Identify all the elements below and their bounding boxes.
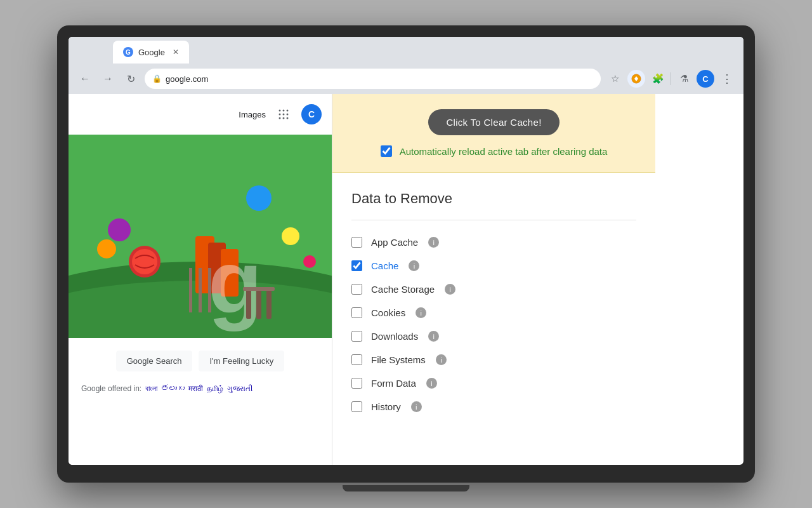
app-cache-label: App Cache <box>371 237 418 248</box>
list-item: Downloads i <box>351 324 636 348</box>
svg-point-5 <box>283 114 285 116</box>
cache-storage-checkbox[interactable] <box>351 284 362 295</box>
forward-button[interactable]: → <box>99 70 117 88</box>
tab-favicon: G <box>123 47 133 57</box>
extension-button[interactable] <box>627 70 645 88</box>
svg-rect-28 <box>256 287 261 319</box>
svg-point-8 <box>283 117 285 119</box>
lang-marathi[interactable]: मराठी <box>188 384 203 393</box>
lang-gujarati[interactable]: ગુજરાતી <box>227 384 252 393</box>
svg-point-2 <box>283 110 285 112</box>
svg-point-24 <box>246 185 272 211</box>
svg-point-23 <box>97 239 116 258</box>
browser-toolbar: ← → ↻ 🔒 google.com ☆ 🧩 <box>69 64 743 94</box>
svg-point-6 <box>287 114 289 116</box>
back-button[interactable]: ← <box>76 70 94 88</box>
cache-storage-label: Cache Storage <box>371 284 435 295</box>
app-cache-checkbox[interactable] <box>351 237 362 248</box>
cache-checkbox[interactable] <box>351 260 362 271</box>
menu-button[interactable]: ⋮ <box>718 70 736 88</box>
form-data-checkbox[interactable] <box>351 378 362 389</box>
address-text: google.com <box>166 74 208 84</box>
language-label: Google offered in: <box>81 384 141 393</box>
active-tab[interactable]: G Google ✕ <box>113 41 189 64</box>
google-page: Images C <box>69 94 332 465</box>
cache-label: Cache <box>371 260 398 271</box>
flask-button[interactable]: ⚗ <box>675 70 693 88</box>
google-header: Images C <box>69 94 332 135</box>
downloads-info-icon[interactable]: i <box>428 331 439 342</box>
clear-cache-button[interactable]: Click To Clear Cache! <box>428 109 559 135</box>
auto-reload-label: Automatically reload active tab after cl… <box>400 146 608 157</box>
history-checkbox[interactable] <box>351 401 362 412</box>
svg-point-3 <box>287 110 289 112</box>
lang-tamil[interactable]: தமிழ் <box>207 384 223 393</box>
file-systems-checkbox[interactable] <box>351 354 362 365</box>
svg-rect-27 <box>246 287 251 319</box>
section-title: Data to Remove <box>351 190 636 207</box>
svg-text:g: g <box>208 232 263 331</box>
puzzle-button[interactable]: 🧩 <box>649 70 667 88</box>
svg-rect-17 <box>199 268 202 312</box>
reload-button[interactable]: ↻ <box>122 70 140 88</box>
svg-point-4 <box>279 114 281 116</box>
form-data-info-icon[interactable]: i <box>426 378 437 389</box>
browser-titlebar: G Google ✕ <box>69 37 743 64</box>
downloads-checkbox[interactable] <box>351 331 362 342</box>
google-search-button[interactable]: Google Search <box>116 351 193 371</box>
google-apps-button[interactable] <box>273 104 294 124</box>
google-search-buttons: Google Search I'm Feeling Lucky <box>116 351 284 371</box>
cookies-checkbox[interactable] <box>351 307 362 318</box>
browser-chrome: G Google ✕ ← → ↻ 🔒 google.com ☆ <box>69 37 743 94</box>
google-search-area: Google Search I'm Feeling Lucky <box>69 338 332 384</box>
feeling-lucky-button[interactable]: I'm Feeling Lucky <box>199 351 284 371</box>
popup-header: Click To Clear Cache! Automatically relo… <box>332 94 655 173</box>
svg-point-9 <box>287 117 289 119</box>
list-item: App Cache i <box>351 231 636 254</box>
cookies-label: Cookies <box>371 307 405 318</box>
svg-point-1 <box>279 110 281 112</box>
toolbar-divider <box>671 72 671 85</box>
history-label: History <box>371 401 401 412</box>
file-systems-label: File Systems <box>371 354 426 365</box>
laptop-screen: G Google ✕ ← → ↻ 🔒 google.com ☆ <box>69 37 743 465</box>
lang-bangla[interactable]: বাংলা <box>145 384 157 393</box>
form-data-label: Form Data <box>371 378 416 389</box>
cookies-info-icon[interactable]: i <box>416 307 426 318</box>
auto-reload-row: Automatically reload active tab after cl… <box>381 145 608 157</box>
google-languages: Google offered in: বাংলা తెలుగు मराठी தம… <box>69 384 332 393</box>
tab-close-icon[interactable]: ✕ <box>173 48 179 57</box>
images-link[interactable]: Images <box>239 110 266 119</box>
laptop-frame: G Google ✕ ← → ↻ 🔒 google.com ☆ <box>57 25 755 483</box>
list-item: Cache Storage i <box>351 277 636 301</box>
list-item: Cache i <box>351 254 636 277</box>
list-item: Cookies i <box>351 301 636 324</box>
popup-body: Data to Remove App Cache i Cache i <box>332 173 655 465</box>
svg-rect-29 <box>266 287 272 319</box>
svg-point-26 <box>303 255 316 268</box>
cache-popup: Click To Clear Cache! Automatically relo… <box>332 94 655 465</box>
auto-reload-checkbox[interactable] <box>381 145 392 157</box>
svg-rect-30 <box>243 287 275 291</box>
google-doodle: g <box>69 135 332 338</box>
google-avatar[interactable]: C <box>301 104 322 124</box>
cache-info-icon[interactable]: i <box>409 260 419 271</box>
svg-rect-16 <box>189 268 192 312</box>
svg-point-22 <box>108 218 131 241</box>
address-bar[interactable]: 🔒 google.com <box>145 69 601 89</box>
app-cache-info-icon[interactable]: i <box>428 237 439 248</box>
downloads-label: Downloads <box>371 331 418 342</box>
list-item: File Systems i <box>351 348 636 371</box>
laptop-base <box>343 485 469 491</box>
file-systems-info-icon[interactable]: i <box>436 354 447 365</box>
svg-point-25 <box>282 227 299 245</box>
toolbar-icons: ☆ 🧩 ⚗ C ⋮ <box>606 70 736 88</box>
bookmark-button[interactable]: ☆ <box>606 70 624 88</box>
cache-storage-info-icon[interactable]: i <box>445 284 455 295</box>
lang-telugu[interactable]: తెలుగు <box>161 384 185 393</box>
tab-title: Google <box>138 48 165 57</box>
tab-area: G Google ✕ <box>75 37 737 64</box>
profile-button[interactable]: C <box>697 70 714 88</box>
page-content: Images C <box>69 94 743 465</box>
history-info-icon[interactable]: i <box>411 401 422 412</box>
